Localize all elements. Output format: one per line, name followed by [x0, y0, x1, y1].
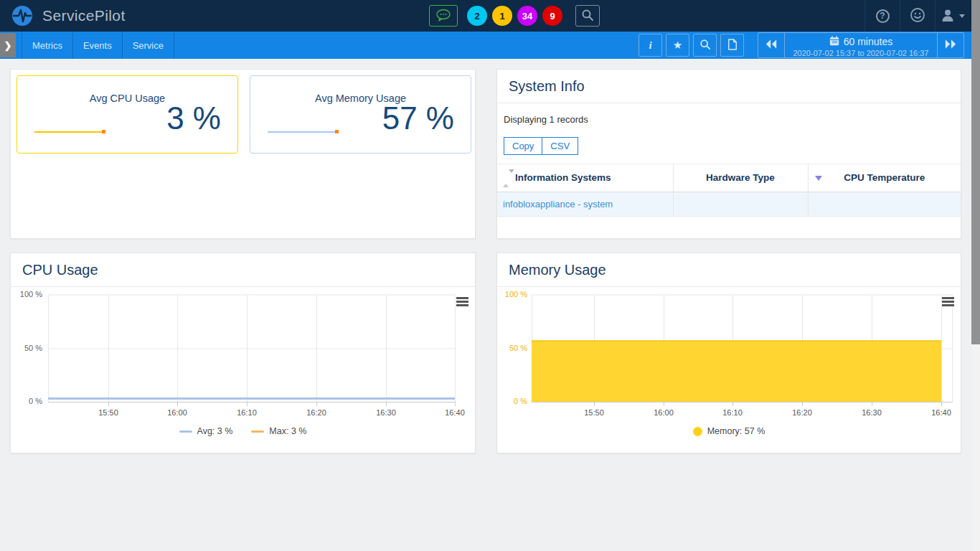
x-axis-label: 15:50	[584, 408, 604, 417]
legend-line-icon	[251, 430, 264, 433]
badge-count-yellow[interactable]: 1	[492, 6, 512, 26]
feedback-button[interactable]	[900, 0, 935, 32]
info-button[interactable]: i	[639, 34, 662, 57]
sort-descending-icon	[815, 176, 822, 181]
system-info-table: Information Systems Hardware Type CPU Te…	[497, 164, 961, 217]
sparkline-endpoint-dot	[102, 130, 105, 133]
user-icon	[941, 8, 955, 24]
double-chevron-right-icon	[944, 39, 957, 52]
search-icon	[581, 9, 594, 24]
y-axis-label: 50 %	[496, 344, 527, 352]
kpi-sparkline	[268, 131, 337, 133]
y-axis-label: 0 %	[11, 397, 42, 405]
x-axis-label: 15:50	[98, 408, 118, 417]
x-axis-label: 16:20	[792, 408, 812, 417]
document-icon	[727, 39, 738, 52]
chart-menu-button[interactable]	[456, 297, 468, 306]
brand[interactable]: ServicePilot	[0, 5, 126, 27]
x-axis-label: 16:30	[862, 408, 882, 417]
panel-title: System Info	[497, 70, 961, 103]
time-range-display[interactable]: 60 minutes 2020-07-02 15:37 to 2020-07-0…	[785, 33, 937, 57]
chevron-down-icon	[959, 14, 965, 18]
panel-title: CPU Usage	[11, 253, 475, 287]
chart-legend: Avg: 3 % Max: 3 %	[11, 426, 475, 436]
tab-metrics[interactable]: Metrics	[22, 32, 73, 59]
servicepilot-logo-icon	[11, 5, 33, 27]
top-navbar: ServicePilot 2 1 34 9	[0, 0, 980, 32]
tab-events[interactable]: Events	[73, 32, 123, 59]
column-header-cpu-temperature[interactable]: CPU Temperature	[808, 164, 961, 192]
toolbar-search-button[interactable]	[693, 34, 717, 57]
system-link[interactable]: infobloxappliance - system	[503, 199, 613, 209]
hardware-type-cell	[673, 192, 808, 216]
csv-button[interactable]: CSV	[542, 137, 578, 155]
x-axis-label: 16:00	[654, 408, 674, 417]
calendar-icon	[829, 36, 839, 48]
user-menu-button[interactable]	[935, 0, 970, 32]
y-axis-label: 100 %	[11, 290, 42, 298]
legend-dot-icon	[693, 427, 702, 436]
x-axis-label: 16:40	[445, 408, 465, 417]
secondary-navbar: ❯ Metrics Events Service i ★	[0, 32, 980, 59]
column-header-hardware-type[interactable]: Hardware Type	[673, 164, 808, 192]
y-axis-label: 50 %	[11, 344, 42, 352]
question-icon: ?	[876, 9, 890, 23]
legend-item-memory[interactable]: Memory: 57 %	[693, 426, 765, 436]
help-button[interactable]: ?	[864, 0, 900, 32]
tab-service[interactable]: Service	[123, 32, 174, 59]
memory-chart-plot-area[interactable]: 100 % 50 % 0 % 15:50 16:00 16:10 16:20 1…	[497, 285, 961, 454]
cpu-temperature-cell	[808, 192, 961, 216]
star-icon: ★	[673, 39, 682, 52]
system-info-panel: System Info Displaying 1 records Copy CS…	[496, 69, 961, 239]
vertical-scrollbar[interactable]	[971, 0, 980, 551]
badge-count-cyan[interactable]: 2	[467, 6, 487, 26]
topbar-account-group: ?	[864, 0, 970, 32]
report-button[interactable]	[720, 34, 744, 57]
time-duration-label: 60 minutes	[844, 36, 892, 47]
panel-title: Memory Usage	[497, 253, 961, 287]
search-button[interactable]	[575, 5, 600, 27]
records-status-text: Displaying 1 records	[497, 103, 961, 125]
kpi-panel: Avg CPU Usage 3 % Avg Memory Usage 57 %	[10, 69, 476, 239]
cpu-chart-plot-area[interactable]: 100 % 50 % 0 % 15:50 16:00 16:10 16:20 1…	[11, 285, 475, 454]
chat-bubble-icon	[435, 9, 451, 24]
export-button-group: Copy CSV	[504, 137, 578, 155]
kpi-sparkline	[34, 131, 104, 133]
favorite-button[interactable]: ★	[666, 34, 689, 57]
chart-menu-button[interactable]	[942, 297, 954, 306]
time-range-dates: 2020-07-02 15:37 to 2020-07-02 16:37	[785, 49, 937, 57]
sidebar-toggle-button[interactable]: ❯	[0, 33, 16, 57]
kpi-card-avg-cpu[interactable]: Avg CPU Usage 3 %	[17, 75, 238, 154]
nav-tabs: Metrics Events Service	[22, 32, 174, 59]
search-icon	[699, 39, 711, 52]
legend-item-max[interactable]: Max: 3 %	[251, 426, 306, 436]
chevron-right-icon: ❯	[4, 40, 12, 51]
x-axis-label: 16:40	[931, 408, 951, 417]
topbar-status-group: 2 1 34 9	[429, 0, 600, 32]
time-range-group: 60 minutes 2020-07-02 15:37 to 2020-07-0…	[758, 32, 964, 58]
copy-button[interactable]: Copy	[504, 137, 542, 155]
chat-button[interactable]	[429, 5, 458, 27]
column-header-information-systems[interactable]: Information Systems	[497, 164, 673, 192]
x-axis-label: 16:00	[167, 408, 187, 417]
double-chevron-left-icon	[765, 39, 778, 52]
x-axis-label: 16:30	[376, 408, 396, 417]
kpi-value: 57 %	[382, 100, 454, 136]
time-forward-button[interactable]	[937, 33, 963, 57]
time-back-button[interactable]	[758, 33, 785, 57]
badge-count-red[interactable]: 9	[542, 6, 562, 26]
cpu-usage-panel: CPU Usage	[10, 253, 476, 453]
sparkline-endpoint-dot	[335, 130, 339, 133]
memory-usage-panel: Memory Usage	[496, 253, 961, 453]
legend-line-icon	[179, 430, 192, 433]
kpi-card-avg-memory[interactable]: Avg Memory Usage 57 %	[250, 75, 471, 154]
chart-legend: Memory: 57 %	[497, 426, 961, 436]
sort-icon	[503, 173, 509, 184]
brand-title: ServicePilot	[42, 7, 126, 24]
x-axis-label: 16:10	[237, 408, 257, 417]
legend-item-avg[interactable]: Avg: 3 %	[179, 426, 233, 436]
y-axis-label: 100 %	[496, 290, 527, 298]
scrollbar-thumb[interactable]	[971, 0, 980, 344]
badge-count-magenta[interactable]: 34	[517, 6, 537, 26]
table-row: infobloxappliance - system	[497, 192, 961, 216]
